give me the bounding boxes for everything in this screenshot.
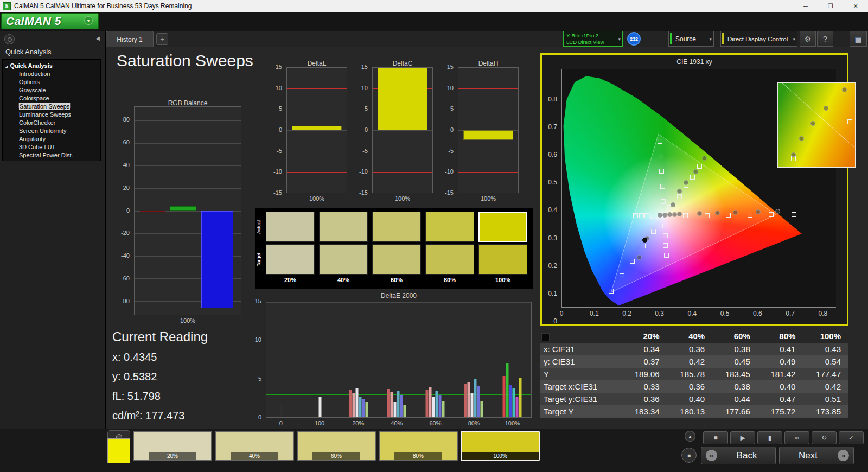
- sidebar-collapse-icon[interactable]: ◀: [95, 35, 100, 41]
- axis-tick-label: 15: [255, 298, 261, 304]
- table-cell: 181.42: [758, 368, 803, 380]
- header-strip: [0, 12, 868, 31]
- actual-swatch-60: [372, 212, 421, 242]
- grid-icon: ▦: [854, 35, 861, 43]
- sidebar-item-luminance-sweeps[interactable]: Luminance Sweeps: [3, 111, 100, 119]
- sample-button-label: 100%: [462, 452, 539, 460]
- inset-gamut-edge: [778, 83, 855, 167]
- add-tab-button[interactable]: +: [156, 33, 168, 45]
- axis-tick-label: 0.8: [548, 95, 557, 103]
- expander-icon[interactable]: ◢: [5, 65, 8, 68]
- mini-sample-tab[interactable]: [107, 430, 130, 438]
- axis-tick-label: -5: [448, 148, 454, 154]
- tree-root-node[interactable]: ◢Quick Analysis: [3, 61, 100, 70]
- accept-button[interactable]: ✓: [839, 431, 864, 444]
- target-marker: [630, 259, 635, 264]
- table-cell: 0.34: [622, 343, 667, 355]
- cie-plot: [561, 69, 836, 308]
- layout-button[interactable]: ▦: [850, 31, 867, 47]
- sample-button-20[interactable]: 20%: [133, 431, 212, 461]
- target-marker: [705, 213, 710, 218]
- pause-button[interactable]: ▮: [757, 431, 782, 444]
- sidebar-item-colorchecker[interactable]: ColorChecker: [3, 119, 100, 127]
- swatch-level-label: 80%: [425, 277, 474, 283]
- axis-tick-label: 60: [123, 139, 130, 145]
- settings-button[interactable]: ⚙: [800, 31, 816, 47]
- stop-button[interactable]: ■: [703, 431, 728, 444]
- deltaL-xlabel: 100%: [286, 195, 347, 202]
- play-button[interactable]: ▶: [730, 431, 755, 444]
- target-marker: [665, 263, 669, 267]
- sidebar-item-saturation-sweeps[interactable]: Saturation Sweeps: [3, 103, 100, 111]
- back-button[interactable]: « Back: [701, 447, 776, 464]
- continuous-button[interactable]: ∞: [784, 431, 809, 444]
- source-dropdown[interactable]: Source ▾: [668, 31, 714, 47]
- swatch-level-labels: 20%40%60%80%100%: [266, 277, 527, 283]
- target-marker: [651, 229, 656, 234]
- gridline: [287, 68, 347, 68]
- display-mode-button[interactable]: ■: [681, 448, 697, 463]
- axis-tick-label: -15: [273, 189, 282, 196]
- sidebar-item-introduction[interactable]: Introduction: [3, 70, 100, 78]
- table-row-label: Target Y: [540, 405, 622, 418]
- close-button[interactable]: ✕: [843, 0, 868, 12]
- sample-button-60[interactable]: 60%: [297, 431, 376, 461]
- target-swatch-60: [372, 244, 421, 275]
- axis-tick-label: 0.5: [548, 178, 557, 186]
- axis-tick-label: -5: [277, 148, 282, 154]
- table-cell: 175.72: [758, 405, 803, 418]
- axis-tick-label: 5: [279, 105, 282, 112]
- sidebar-item-colorspace[interactable]: Colorspace: [3, 94, 100, 103]
- tab-history-1[interactable]: History 1: [106, 31, 154, 47]
- deltae-bar: [519, 378, 521, 417]
- deltae-bar: [397, 391, 400, 417]
- gridline: [135, 143, 241, 144]
- axis-tick-label: 0: [560, 310, 564, 317]
- ref-line: [287, 172, 347, 173]
- deltae-bar: [391, 392, 393, 417]
- table-cell: 0.49: [758, 355, 803, 368]
- refresh-button[interactable]: ↻: [812, 431, 837, 444]
- sidebar-item-angularity[interactable]: Angularity: [3, 135, 100, 143]
- deltae-title: DeltaE 2000: [266, 292, 532, 299]
- axis-tick-label: 80: [123, 116, 130, 123]
- dial-button[interactable]: [4, 34, 15, 44]
- deltae-bar: [468, 382, 470, 417]
- maximize-button[interactable]: ❐: [818, 0, 843, 12]
- target-marker: [620, 273, 624, 278]
- sample-button-40[interactable]: 40%: [215, 431, 294, 461]
- sidebar-item-label: Introduction: [19, 71, 50, 77]
- axis-tick-label: -15: [359, 189, 368, 196]
- help-button[interactable]: ?: [817, 31, 833, 47]
- sidebar-item-options[interactable]: Options: [3, 78, 100, 86]
- sample-button-100[interactable]: 100%: [461, 431, 540, 461]
- next-button[interactable]: Next »: [779, 447, 854, 464]
- minimize-button[interactable]: ─: [793, 0, 818, 12]
- sidebar-item-screen-uniformity[interactable]: Screen Uniformity: [3, 127, 100, 135]
- axis-tick-label: 0.2: [622, 310, 631, 317]
- sidebar-item-spectral-power-dist[interactable]: Spectral Power Dist.: [3, 151, 100, 160]
- current-reading-cdm2: cd/m²: 177.473: [112, 410, 184, 422]
- logo-dropdown-icon[interactable]: ▼: [84, 16, 93, 25]
- sidebar-item-3d-cube-lut[interactable]: 3D Cube LUT: [3, 143, 100, 151]
- target-marker: [664, 253, 669, 258]
- display-control-dropdown[interactable]: Direct Display Control ▾: [720, 31, 797, 47]
- table-row: Target x:CIE310.330.360.380.400.42: [540, 380, 848, 393]
- table-cell: 177.66: [712, 405, 758, 418]
- inset-target-marker: [847, 119, 852, 124]
- sidebar-item-grayscale[interactable]: Grayscale: [3, 86, 100, 94]
- target-marker: [644, 213, 649, 218]
- table-row-label: y: CIE31: [540, 355, 622, 368]
- table-row-label: Y: [540, 368, 622, 380]
- deltaC-bar: [378, 68, 427, 130]
- sample-button-80[interactable]: 80%: [379, 431, 458, 461]
- actual-row-label: Actual: [256, 212, 265, 242]
- mini-sample-swatch[interactable]: [107, 438, 130, 463]
- target-marker: [658, 139, 662, 144]
- gridline: [373, 193, 432, 193]
- actual-swatch-20: [266, 212, 315, 242]
- collapse-up-button[interactable]: ▴: [685, 431, 695, 442]
- continuous-icon: ∞: [795, 434, 800, 442]
- source-label: Source: [675, 35, 696, 43]
- meter-dropdown[interactable]: X-Rite i1Pro 2 LCD Direct View ▾: [563, 31, 623, 47]
